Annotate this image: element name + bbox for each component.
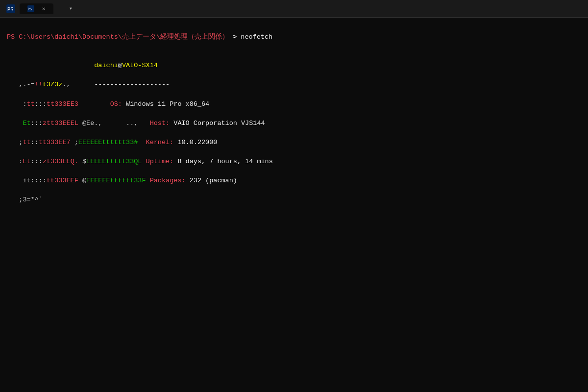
titlebar: PS PS ✕ ▾ (0, 0, 588, 18)
prompt-arrow-1: > (229, 33, 241, 41)
ascii-art: daichi@VAIO-SX14 (7, 61, 581, 71)
svg-text:PS: PS (28, 7, 32, 11)
tab-close-button[interactable]: ✕ (42, 5, 46, 12)
maximize-button[interactable] (536, 0, 559, 18)
tab-dropdown-button[interactable]: ▾ (67, 5, 74, 12)
terminal-area[interactable]: PS C:\Users\daichi\Documents\売上データ\経理処理（… (0, 18, 588, 392)
close-button[interactable] (560, 0, 582, 18)
powershell-tab[interactable]: PS ✕ (20, 3, 53, 14)
svg-text:PS: PS (7, 6, 14, 12)
minimize-button[interactable] (513, 0, 535, 18)
tab-icon: PS (27, 5, 34, 12)
cmd-neofetch: neofetch (241, 33, 272, 41)
neofetch-output (7, 51, 581, 61)
window-controls (513, 0, 582, 18)
prompt-path-1: PS C:\Users\daichi\Documents\売上データ\経理処理（… (7, 33, 229, 41)
powershell-icon: PS (6, 4, 16, 14)
